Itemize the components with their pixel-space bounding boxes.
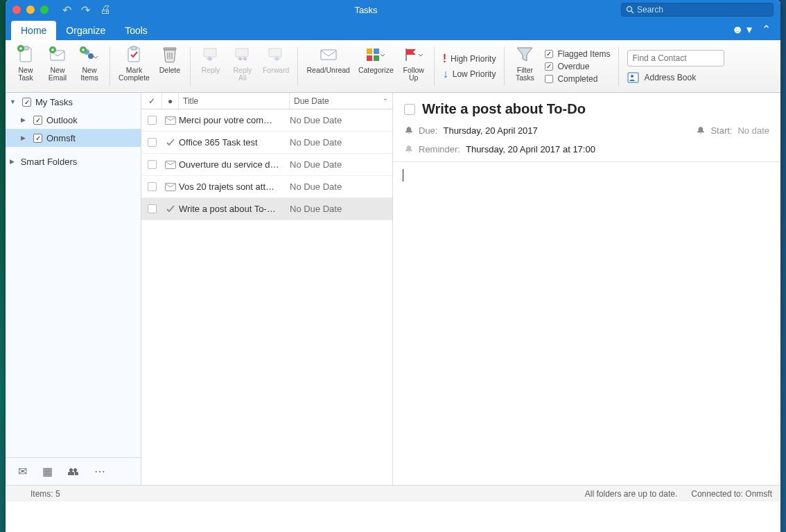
flag-icon — [403, 47, 424, 62]
reminder-label: Reminder: — [419, 144, 460, 154]
high-priority-button[interactable]: ! High Priority — [443, 53, 496, 65]
tab-tools[interactable]: Tools — [115, 21, 157, 40]
task-detail: Write a post about To-Do 🔔︎ Due: Thursda… — [393, 93, 780, 485]
envelope-icon — [319, 47, 338, 62]
funnel-icon — [515, 46, 534, 64]
minimize-window-button[interactable] — [26, 6, 35, 14]
reply-all-button[interactable]: Reply All — [227, 42, 259, 91]
task-row[interactable]: Vos 20 trajets sont att…No Due Date — [141, 176, 392, 198]
reply-icon — [202, 47, 220, 62]
row-title: Merci pour votre com… — [179, 115, 290, 125]
sidebar: ▼ My Tasks ▶ Outlook ▶ Onmsft ▶ Smart Fo… — [6, 93, 141, 485]
print-icon[interactable]: 🖨︎ — [100, 3, 111, 17]
task-row[interactable]: Office 365 Task testNo Due Date — [141, 132, 392, 154]
row-due-date: No Due Date — [290, 204, 342, 214]
reply-button[interactable]: Reply — [195, 42, 227, 91]
row-checkbox[interactable] — [148, 182, 157, 191]
start-value[interactable]: No date — [737, 125, 769, 136]
categorize-button[interactable]: Categorize — [354, 42, 398, 91]
row-checkbox[interactable] — [148, 204, 157, 213]
undo-icon[interactable]: ↶ — [62, 3, 71, 17]
mark-complete-button[interactable]: Mark Complete — [114, 42, 154, 91]
sidebar-smart-folders[interactable]: ▶ Smart Folders — [6, 152, 141, 170]
find-contact-input[interactable] — [627, 50, 724, 66]
bell-icon: 🔔︎ — [696, 125, 705, 136]
row-due-date: No Due Date — [290, 115, 342, 125]
row-type-icon — [162, 138, 179, 148]
row-checkbox[interactable] — [148, 160, 157, 169]
task-body[interactable] — [393, 162, 780, 485]
items-plus-icon — [78, 45, 101, 64]
status-connected: Connected to: Onmsft — [691, 489, 772, 499]
status-bar: Items: 5 All folders are up to date. Con… — [6, 485, 780, 502]
arrow-down-icon: ↓ — [443, 68, 448, 80]
col-due-date[interactable]: Due Date⌃ — [290, 93, 392, 109]
reply-all-icon — [234, 47, 252, 62]
filter-tasks-button[interactable]: Filter Tasks — [509, 42, 541, 91]
new-items-button[interactable]: New Items — [73, 42, 105, 91]
account-icon[interactable]: ☻ ▾ — [732, 23, 752, 36]
due-value[interactable]: Thursday, 20 April 2017 — [443, 125, 537, 136]
text-cursor — [403, 169, 403, 181]
svg-rect-19 — [367, 55, 372, 61]
task-row[interactable]: Ouverture du service d…No Due Date — [141, 154, 392, 176]
nav-calendar-icon[interactable]: ▦ — [42, 465, 53, 478]
status-folders: All folders are up to date. — [585, 489, 677, 499]
redo-icon[interactable]: ↷ — [81, 3, 90, 17]
svg-rect-12 — [164, 48, 176, 50]
search-icon — [626, 6, 634, 14]
sort-asc-icon: ⌃ — [383, 98, 388, 105]
tab-home[interactable]: Home — [11, 21, 56, 40]
low-priority-button[interactable]: ↓ Low Priority — [443, 68, 496, 80]
filter-completed[interactable]: Completed — [545, 74, 610, 84]
nav-more-icon[interactable]: ⋯ — [94, 465, 105, 478]
forward-button[interactable]: Forward — [259, 42, 294, 91]
svg-point-0 — [627, 7, 632, 12]
task-row[interactable]: Merci pour votre com…No Due Date — [141, 109, 392, 132]
row-type-icon — [162, 183, 179, 191]
row-checkbox[interactable] — [148, 116, 157, 125]
follow-up-button[interactable]: Follow Up — [398, 42, 430, 91]
window-controls — [6, 6, 55, 14]
zoom-window-button[interactable] — [40, 6, 49, 14]
row-checkbox[interactable] — [148, 138, 157, 147]
reminder-value[interactable]: Thursday, 20 April 2017 at 17:00 — [466, 144, 595, 154]
app-window: ↶ ↷ 🖨︎ Tasks Search Home Organize Tools … — [6, 0, 780, 532]
window-title: Tasks — [111, 5, 621, 15]
svg-rect-17 — [367, 48, 372, 54]
svg-point-22 — [631, 75, 634, 78]
col-status-icon[interactable]: ● — [162, 93, 179, 109]
sidebar-outlook[interactable]: ▶ Outlook — [6, 111, 141, 129]
address-book-button[interactable]: Address Book — [627, 72, 724, 83]
sidebar-my-tasks[interactable]: ▼ My Tasks — [6, 93, 141, 111]
detail-header: Write a post about To-Do 🔔︎ Due: Thursda… — [393, 93, 780, 162]
address-book-icon — [627, 72, 640, 83]
task-row[interactable]: Write a post about To-…No Due Date — [141, 198, 392, 220]
nav-people-icon[interactable]: 👥︎ — [68, 466, 79, 478]
row-type-icon — [162, 204, 179, 214]
tab-organize[interactable]: Organize — [56, 21, 115, 40]
new-email-button[interactable]: New Email — [42, 42, 73, 91]
svg-point-8 — [88, 53, 94, 59]
svg-rect-11 — [131, 46, 137, 50]
tabs-bar: Home Organize Tools ☻ ▾ ⌃ — [6, 19, 780, 40]
filter-overdue[interactable]: Overdue — [545, 62, 610, 71]
status-items: Items: 5 — [30, 489, 60, 499]
sidebar-onmsft[interactable]: ▶ Onmsft — [6, 129, 141, 147]
task-complete-checkbox[interactable] — [404, 104, 415, 115]
col-check-icon[interactable]: ✓ — [141, 93, 162, 109]
search-field[interactable]: Search — [621, 3, 774, 17]
row-title: Vos 20 trajets sont att… — [179, 181, 290, 192]
filter-flagged-items[interactable]: Flagged Items — [545, 49, 610, 59]
row-title: Write a post about To-… — [179, 204, 290, 214]
col-title[interactable]: Title — [179, 93, 290, 109]
close-window-button[interactable] — [12, 6, 21, 14]
forward-icon — [267, 47, 285, 62]
nav-mail-icon[interactable]: ✉ — [18, 465, 27, 478]
read-unread-button[interactable]: Read/Unread — [302, 42, 353, 91]
start-label: Start: — [710, 125, 732, 136]
new-task-button[interactable]: New Task — [10, 42, 42, 91]
delete-button[interactable]: Delete — [154, 42, 186, 91]
clipboard-icon — [16, 45, 35, 64]
collapse-ribbon-icon[interactable]: ⌃ — [762, 23, 771, 36]
